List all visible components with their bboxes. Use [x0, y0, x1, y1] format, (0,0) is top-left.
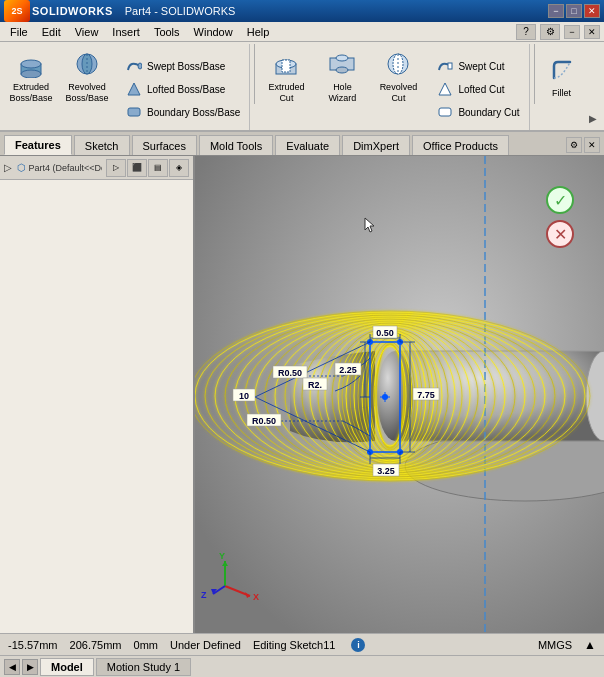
boundary-cut-label: Boundary Cut: [458, 107, 519, 118]
extruded-cut-button[interactable]: ExtrudedCut: [259, 44, 313, 108]
nav-right-btn[interactable]: ▶: [22, 659, 38, 675]
revolved-cut-icon: [382, 48, 414, 80]
lofted-boss-base-icon: [125, 80, 143, 98]
sw-brand: SOLIDWORKS: [32, 5, 113, 17]
tree-btn-4[interactable]: ◈: [169, 159, 189, 177]
swept-boss-base-button[interactable]: Swept Boss/Base: [120, 55, 245, 77]
bottom-tab-motion[interactable]: Motion Study 1: [96, 658, 191, 676]
ribbon: ExtrudedBoss/Base RevolvedBoss/Base Swep…: [0, 42, 604, 132]
tab-close-btn[interactable]: ✕: [584, 137, 600, 153]
cancel-button[interactable]: ✕: [546, 220, 574, 248]
swept-boss-base-icon: [125, 57, 143, 75]
tab-sketch[interactable]: Sketch: [74, 135, 130, 155]
ribbon-minimize-btn[interactable]: −: [564, 25, 580, 39]
tree-expand-icon: ▷: [4, 162, 12, 173]
menubar: File Edit View Insert Tools Window Help …: [0, 22, 604, 42]
extruded-boss-base-button[interactable]: ExtrudedBoss/Base: [4, 44, 58, 108]
more-features[interactable]: ▶: [587, 44, 599, 130]
boundary-boss-base-button[interactable]: Boundary Boss/Base: [120, 101, 245, 123]
viewport[interactable]: 0.50 2.25 7.75 3.25 R0.50 R0.50 10: [195, 156, 604, 633]
swept-cut-button[interactable]: Swept Cut: [431, 55, 524, 77]
boundary-cut-button[interactable]: Boundary Cut: [431, 101, 524, 123]
bottombar: ◀ ▶ Model Motion Study 1: [0, 655, 604, 677]
svg-rect-20: [439, 108, 451, 116]
titlebar-controls: − □ ✕: [548, 4, 600, 18]
menu-tools[interactable]: Tools: [148, 25, 186, 39]
menu-help[interactable]: Help: [241, 25, 276, 39]
lofted-boss-base-label: Lofted Boss/Base: [147, 84, 225, 95]
hole-wizard-button[interactable]: HoleWizard: [315, 44, 369, 108]
tree-btn-1[interactable]: ▷: [106, 159, 126, 177]
fillet-button[interactable]: Fillet: [539, 44, 585, 108]
revolved-boss-base-label: RevolvedBoss/Base: [65, 82, 108, 104]
tree-header: ▷ ⬡ Part4 (Default<<Default>): [4, 162, 102, 173]
sw-logo-icon: 2S: [4, 0, 30, 22]
lofted-cut-button[interactable]: Lofted Cut: [431, 78, 524, 100]
lofted-cut-icon: [436, 80, 454, 98]
tab-evaluate[interactable]: Evaluate: [275, 135, 340, 155]
svg-rect-11: [282, 60, 290, 72]
coord-x: -15.57mm: [8, 639, 58, 651]
extruded-boss-base-icon: [15, 48, 47, 80]
tab-mold-tools[interactable]: Mold Tools: [199, 135, 273, 155]
tab-dimxpert[interactable]: DimXpert: [342, 135, 410, 155]
svg-text:R0.50: R0.50: [278, 368, 302, 378]
menu-view[interactable]: View: [69, 25, 105, 39]
svg-text:10: 10: [239, 391, 249, 401]
minimize-button[interactable]: −: [548, 4, 564, 18]
restore-button[interactable]: □: [566, 4, 582, 18]
tree-title: Part4 (Default<<Default>): [29, 163, 102, 173]
ribbon-close-btn[interactable]: ✕: [584, 25, 600, 39]
confirm-overlay: ✓ ✕: [546, 186, 574, 248]
lofted-boss-base-button[interactable]: Lofted Boss/Base: [120, 78, 245, 100]
revolved-boss-base-button[interactable]: RevolvedBoss/Base: [60, 44, 114, 108]
revolved-cut-label: RevolvedCut: [380, 82, 418, 104]
menu-file[interactable]: File: [4, 25, 34, 39]
units-display: MMGS: [538, 639, 572, 651]
settings-btn[interactable]: ⚙: [540, 24, 560, 40]
close-button[interactable]: ✕: [584, 4, 600, 18]
nav-left-btn[interactable]: ◀: [4, 659, 20, 675]
boundary-boss-base-icon: [125, 103, 143, 121]
sw-logo: 2S SOLIDWORKS: [4, 0, 113, 22]
definition-status: Under Defined: [170, 639, 241, 651]
tab-surfaces[interactable]: Surfaces: [132, 135, 197, 155]
hole-wizard-icon: [326, 48, 358, 80]
boundary-cut-icon: [436, 103, 454, 121]
help-btn[interactable]: ?: [516, 24, 536, 40]
bottom-tab-model[interactable]: Model: [40, 658, 94, 676]
tree-btn-3[interactable]: ▤: [148, 159, 168, 177]
tree-btn-2[interactable]: ⬛: [127, 159, 147, 177]
svg-text:Z: Z: [201, 590, 207, 600]
editing-status: Editing Sketch11: [253, 639, 336, 651]
svg-text:0.50: 0.50: [376, 328, 394, 338]
svg-point-1: [21, 60, 41, 68]
titlebar-left: 2S SOLIDWORKS Part4 - SOLIDWORKS: [4, 0, 235, 22]
svg-text:X: X: [253, 592, 259, 602]
revolved-boss-base-icon: [71, 48, 103, 80]
svg-text:R2.: R2.: [308, 380, 322, 390]
fillet-label: Fillet: [552, 88, 571, 99]
menu-edit[interactable]: Edit: [36, 25, 67, 39]
boss-small-group: Swept Boss/Base Lofted Boss/Base Boundar…: [116, 44, 250, 130]
tree-part-icon: ⬡: [17, 162, 26, 173]
svg-text:3.25: 3.25: [377, 466, 395, 476]
cut-small-group: Swept Cut Lofted Cut Boundary Cut: [427, 44, 529, 130]
separator-1: [254, 44, 255, 104]
tab-settings-btn[interactable]: ⚙: [566, 137, 582, 153]
tab-features[interactable]: Features: [4, 135, 72, 155]
revolved-cut-button[interactable]: RevolvedCut: [371, 44, 425, 108]
lofted-cut-label: Lofted Cut: [458, 84, 504, 95]
menu-window[interactable]: Window: [188, 25, 239, 39]
svg-marker-19: [439, 83, 451, 95]
tree-content: [0, 180, 193, 633]
menu-insert[interactable]: Insert: [106, 25, 146, 39]
tab-office-products[interactable]: Office Products: [412, 135, 509, 155]
confirm-button[interactable]: ✓: [546, 186, 574, 214]
swept-cut-icon: [436, 57, 454, 75]
separator-2: [534, 44, 535, 104]
svg-rect-8: [128, 108, 140, 116]
svg-text:R0.50: R0.50: [252, 416, 276, 426]
more-arrow-icon[interactable]: ▶: [587, 111, 599, 126]
units-arrow[interactable]: ▲: [584, 638, 596, 652]
